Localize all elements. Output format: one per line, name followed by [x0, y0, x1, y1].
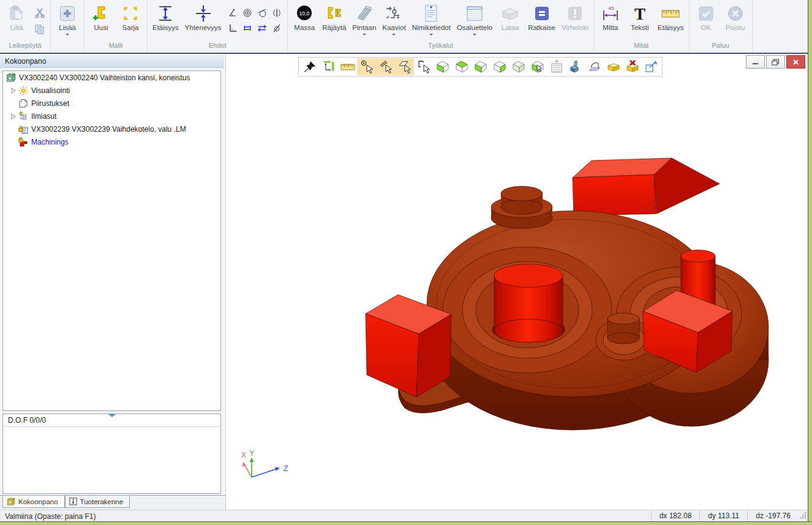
measure-axes-icon[interactable]	[319, 58, 338, 75]
cube-face-right-icon[interactable]	[490, 58, 509, 75]
to-surface-dropdown-arrow[interactable]	[363, 34, 366, 37]
box-store-icon[interactable]	[604, 58, 623, 75]
tree-item-part[interactable]: VX3002239 VX3002239 Vaihdekotelo, valu .…	[3, 123, 220, 135]
feature-list-icon[interactable]	[547, 58, 566, 75]
boss-top	[491, 186, 552, 229]
tab-product-structure-label: Tuoterakenne	[80, 498, 124, 505]
add-label: Lisää	[59, 24, 76, 32]
paste-button[interactable]: Liitä	[2, 1, 31, 42]
select-face-icon[interactable]	[395, 58, 414, 75]
diagrams-dropdown-arrow[interactable]	[392, 34, 396, 37]
explode-button[interactable]: Räjäytä	[319, 1, 349, 42]
explode-icon	[325, 3, 344, 23]
3d-viewport[interactable]: X Y Z	[225, 54, 808, 510]
error-log-button[interactable]: Virheloki	[558, 1, 592, 42]
ribbon-group-dimensions: 45 Mitta T Teksti Etäisyys Mitat	[594, 0, 690, 53]
dimension-button[interactable]: 45 Mitta	[596, 1, 625, 42]
close-button[interactable]	[786, 55, 805, 69]
select-point-icon[interactable]	[357, 58, 376, 75]
concentric-condition-button[interactable]	[241, 6, 254, 20]
workplane-icon[interactable]	[566, 58, 585, 75]
mass-button[interactable]: 10,0 Massa	[290, 1, 319, 42]
part-list-dropdown-arrow[interactable]	[473, 34, 476, 37]
equal-distance-condition-button[interactable]	[255, 21, 269, 35]
ruler-icon[interactable]	[338, 58, 357, 75]
cad-application-window: Liitä Leikepöytä	[0, 0, 812, 525]
status-dz: dz -197.76	[747, 510, 799, 522]
cut-button[interactable]	[33, 6, 47, 20]
mass-label: Massa	[294, 24, 315, 32]
pin-icon[interactable]	[300, 58, 319, 75]
export-view-icon[interactable]	[642, 58, 661, 75]
mass-icon: 10,0	[295, 3, 314, 23]
status-message: Valmiina (Opaste: paina F1)	[0, 512, 96, 521]
select-part-icon[interactable]	[414, 58, 433, 75]
ribbon: Liitä Leikepöytä	[0, 0, 808, 54]
tab-assembly[interactable]: Kokoonpano	[2, 496, 65, 508]
part-list-button[interactable]: Osaluettelo	[454, 1, 495, 42]
paste-label: Liitä	[10, 24, 23, 32]
cube-face-left-icon[interactable]	[471, 58, 490, 75]
tree-item-label: VX3002240 VX3002240 Vaihteiston kansi, k…	[19, 74, 190, 82]
document-window-buttons	[745, 55, 805, 69]
fix-condition-button[interactable]	[270, 21, 284, 35]
tree-item-root-assembly[interactable]: VX3002240 VX3002240 Vaihteiston kansi, k…	[3, 71, 220, 84]
item-data-button[interactable]: Nimiketiedot	[409, 1, 454, 42]
coincidence-button[interactable]: Yhtenevyys	[182, 1, 224, 42]
add-dropdown-arrow[interactable]	[66, 34, 69, 37]
expand-arrow-icon[interactable]	[9, 87, 18, 94]
to-surface-button[interactable]: Pintaan	[349, 1, 379, 42]
restore-button[interactable]	[766, 55, 785, 69]
tab-product-structure[interactable]: Tuoterakenne	[65, 496, 130, 508]
tangent-condition-button[interactable]	[255, 6, 269, 20]
info-tab-icon	[69, 497, 77, 505]
item-data-dropdown-arrow[interactable]	[429, 34, 433, 37]
ribbon-group-model: Uusi Sarja Malli	[85, 0, 148, 53]
minimize-button[interactable]	[746, 55, 765, 69]
part-list-icon	[465, 3, 484, 23]
tree-item-machinings[interactable]: Machinings	[3, 135, 220, 148]
new-button[interactable]: Uusi	[86, 1, 116, 42]
box-delete-icon[interactable]	[623, 58, 642, 75]
stock-box-left	[366, 295, 451, 397]
symmetry-condition-button[interactable]	[270, 6, 284, 20]
ok-button[interactable]: OK	[691, 1, 721, 42]
add-button[interactable]: Lisää	[53, 1, 82, 42]
tree-item-drawings[interactable]: Piirustukset	[3, 97, 220, 110]
diagrams-button[interactable]: Kaaviot	[379, 1, 408, 42]
assembly-tree[interactable]: VX3002240 VX3002240 Vaihteiston kansi, k…	[2, 70, 221, 411]
distance-measure-button[interactable]: Etäisyys	[655, 1, 687, 42]
text-label: Teksti	[631, 24, 648, 32]
text-button[interactable]: T Teksti	[625, 1, 655, 42]
tree-item-instances[interactable]: Ilmiasut	[3, 110, 220, 123]
copy-button[interactable]	[33, 23, 47, 36]
cube-solid-icon[interactable]	[509, 58, 528, 75]
part-list-label: Osaluettelo	[457, 24, 492, 32]
to-surface-icon	[355, 3, 374, 23]
distance-condition-label: Etäisyys	[152, 24, 179, 32]
series-button[interactable]: Sarja	[116, 1, 145, 42]
explode-label: Räjäytä	[322, 24, 346, 32]
perpendicular-condition-button[interactable]	[226, 21, 239, 35]
status-dy: dy 113.11	[699, 510, 747, 522]
resize-grip[interactable]	[799, 512, 808, 521]
group-label-dimensions: Mitat	[596, 42, 687, 53]
cube-select-icon[interactable]	[528, 58, 547, 75]
tree-item-visualization[interactable]: Visualisointi	[3, 84, 220, 97]
angle-condition-button[interactable]	[226, 6, 239, 20]
cube-face-top-icon[interactable]	[452, 58, 471, 75]
load-button[interactable]: Lataa	[495, 1, 525, 42]
solve-button[interactable]: Ratkaise	[525, 1, 558, 42]
solve-icon	[533, 3, 551, 23]
exit-button[interactable]: Poistu	[721, 1, 750, 42]
parallel-condition-button[interactable]	[241, 21, 254, 35]
distance-condition-button[interactable]: Etäisyys	[149, 1, 182, 42]
expand-arrow-icon[interactable]	[9, 113, 18, 120]
select-edge-icon[interactable]	[376, 58, 395, 75]
instances-icon	[18, 111, 29, 121]
sketch-plane-icon[interactable]	[585, 58, 604, 75]
splitter-collapse-icon[interactable]	[108, 414, 116, 418]
drawings-icon	[18, 99, 29, 108]
cube-face-front-icon[interactable]	[433, 58, 452, 75]
ribbon-group-back: OK Poistu Paluu	[690, 0, 753, 53]
